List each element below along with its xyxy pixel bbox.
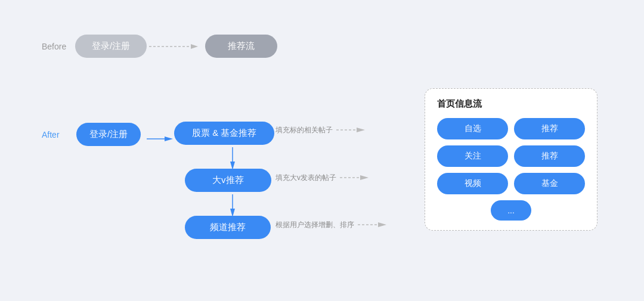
diagram: Before 登录/注册 推荐流 After 登录/注册 股票 & 基金推荐 大… [0,0,644,301]
box-pill-tuijian2: 推荐 [514,145,585,167]
annotation1-group: 填充标的相关帖子 [275,124,365,136]
login-to-stock-arrow [147,133,173,145]
box-pill-jijin: 基金 [514,173,585,194]
annotation3-arrow [358,219,386,231]
svg-marker-7 [230,209,235,216]
annotation2-arrow [340,172,369,184]
box-pill-zixuan: 自选 [437,118,508,139]
box-title: 首页信息流 [437,98,585,110]
annotation2-group: 填充大v发表的帖子 [275,172,369,184]
homepage-feed-box: 首页信息流 自选 推荐 关注 推荐 视频 基金 ... [425,88,597,231]
annotation3-group: 根据用户选择增删、排序 [275,219,386,231]
after-channel-pill: 频道推荐 [185,216,271,239]
after-login-pill: 登录/注册 [76,123,141,146]
svg-marker-1 [191,44,198,49]
svg-marker-3 [165,136,173,141]
annotation1-arrow [336,124,365,136]
svg-marker-11 [360,175,369,180]
before-arrow [149,41,203,52]
before-recommend-pill: 推荐流 [205,35,277,58]
svg-marker-13 [378,222,386,227]
stock-to-bigv-arrow [227,147,239,169]
before-label: Before [42,42,75,51]
box-pill-more: ... [491,200,531,221]
before-login-pill: 登录/注册 [75,35,147,58]
bigv-to-channel-arrow [227,194,239,216]
annotation2-text: 填充大v发表的帖子 [275,173,336,183]
before-row: Before 登录/注册 推荐流 [42,35,277,58]
box-pill-tuijian1: 推荐 [514,118,585,139]
box-pill-guanzhu: 关注 [437,145,508,167]
after-label: After [42,130,60,139]
svg-marker-9 [357,128,365,132]
box-pill-shipin: 视频 [437,173,508,194]
svg-marker-5 [230,162,235,169]
after-stock-pill: 股票 & 基金推荐 [174,122,274,145]
annotation3-text: 根据用户选择增删、排序 [275,220,354,230]
annotation1-text: 填充标的相关帖子 [275,125,333,135]
after-bigv-pill: 大v推荐 [185,169,271,192]
